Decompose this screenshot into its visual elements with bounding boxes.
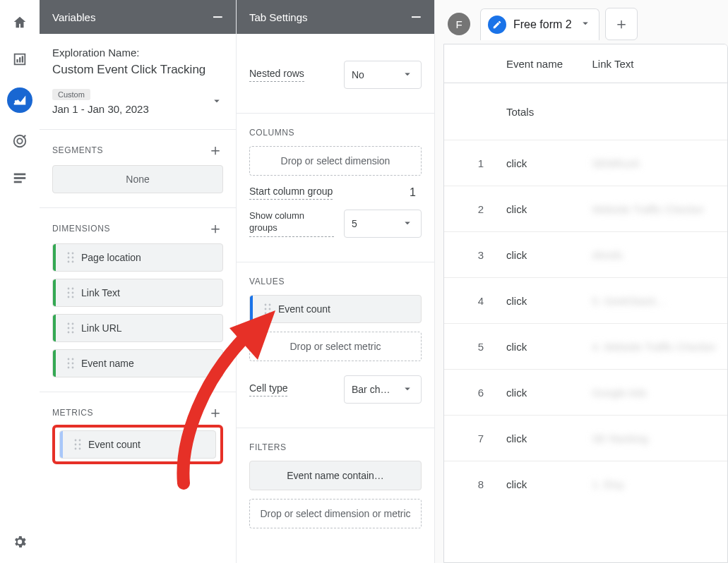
table-row[interactable]: 2clickWebsite Traffic Checkerhttps://n bbox=[444, 186, 728, 232]
svg-point-9 bbox=[68, 253, 70, 255]
row-index: 6 bbox=[444, 370, 495, 416]
col-link-text[interactable]: Link Text bbox=[581, 44, 729, 83]
cell-type-label: Cell type bbox=[249, 382, 287, 396]
segments-none: None bbox=[52, 165, 223, 193]
cell-event: click bbox=[495, 186, 581, 232]
svg-point-23 bbox=[68, 327, 70, 329]
row-index: 2 bbox=[444, 186, 495, 232]
chevron-down-icon[interactable] bbox=[579, 17, 592, 32]
svg-point-42 bbox=[269, 308, 271, 310]
add-metric-button[interactable]: ＋ bbox=[208, 405, 223, 420]
tab-settings-panel: Tab Settings − Nested rows No COLUMNS Dr… bbox=[237, 0, 435, 563]
cell-event: click bbox=[495, 232, 581, 278]
date-badge: Custom bbox=[52, 89, 90, 100]
svg-point-10 bbox=[72, 253, 74, 255]
cell-link-text: Ahrefs bbox=[581, 232, 729, 278]
row-index: 7 bbox=[444, 416, 495, 461]
values-dropzone[interactable]: Drop or select metric bbox=[249, 332, 422, 361]
nested-rows-label: Nested rows bbox=[249, 68, 304, 82]
date-range: Jan 1 - Jan 30, 2023 bbox=[52, 103, 149, 115]
svg-point-41 bbox=[265, 308, 267, 310]
cell-type-select[interactable]: Bar ch… bbox=[344, 375, 422, 404]
svg-rect-7 bbox=[14, 177, 26, 179]
tab-freeform[interactable]: Free form 2 bbox=[480, 8, 599, 40]
tabs-bar: F Free form 2 ＋ bbox=[443, 0, 728, 44]
totals-row: Totals bbox=[444, 83, 728, 140]
dimension-chip[interactable]: Page location bbox=[52, 243, 223, 272]
svg-rect-1 bbox=[19, 57, 20, 62]
table-row[interactable]: 1clickSEMRushhttps://w bbox=[444, 140, 728, 186]
table-row[interactable]: 4click5. GeekStack…https://d bbox=[444, 278, 728, 324]
metrics-title: METRICS bbox=[52, 408, 93, 418]
svg-point-20 bbox=[72, 296, 74, 298]
svg-point-24 bbox=[72, 327, 74, 329]
row-index: 8 bbox=[444, 461, 495, 507]
add-tab-button[interactable]: ＋ bbox=[605, 8, 638, 40]
cell-event: click bbox=[495, 278, 581, 324]
add-dimension-button[interactable]: ＋ bbox=[208, 221, 223, 236]
svg-point-16 bbox=[72, 288, 74, 290]
filters-dropzone[interactable]: Drop or select dimension or metric bbox=[249, 499, 422, 528]
svg-point-36 bbox=[79, 444, 81, 446]
svg-point-31 bbox=[68, 367, 70, 369]
metric-chip-event-count[interactable]: Event count bbox=[59, 430, 216, 459]
show-column-groups-select[interactable]: 5 bbox=[344, 210, 422, 238]
svg-point-12 bbox=[72, 257, 74, 259]
dimension-chip[interactable]: Event name bbox=[52, 349, 223, 377]
table-row[interactable]: 5click4. Website Traffic Checkerhttps://… bbox=[444, 324, 728, 370]
configure-icon[interactable] bbox=[11, 169, 28, 186]
svg-rect-6 bbox=[14, 174, 26, 176]
cell-link-text: Google Ads bbox=[581, 370, 729, 416]
start-column-group-value[interactable]: 1 bbox=[410, 186, 422, 199]
advertising-icon[interactable] bbox=[11, 133, 28, 150]
table-row[interactable]: 3clickAhrefshttps://w bbox=[444, 232, 728, 278]
exploration-name-block[interactable]: Exploration Name: Custom Event Click Tra… bbox=[52, 47, 223, 77]
cell-event: click bbox=[495, 370, 581, 416]
explore-icon[interactable] bbox=[7, 87, 32, 113]
cell-event: click bbox=[495, 416, 581, 461]
app-root: Variables − Exploration Name: Custom Eve… bbox=[0, 0, 728, 563]
home-icon[interactable] bbox=[11, 14, 28, 31]
variables-title: Variables bbox=[52, 11, 95, 23]
cell-event: click bbox=[495, 461, 581, 507]
svg-rect-8 bbox=[14, 181, 22, 183]
svg-rect-0 bbox=[16, 59, 18, 63]
values-title: VALUES bbox=[249, 277, 285, 286]
row-index: 4 bbox=[444, 278, 495, 324]
columns-dropzone[interactable]: Drop or select dimension bbox=[249, 146, 422, 176]
collapse-settings-icon[interactable]: − bbox=[411, 8, 422, 26]
svg-point-29 bbox=[68, 363, 70, 365]
columns-title: COLUMNS bbox=[249, 128, 294, 138]
cell-link-text: SEMRush bbox=[581, 140, 729, 186]
cell-link-text: 4. Website Traffic Checker bbox=[581, 324, 729, 370]
svg-point-39 bbox=[265, 304, 267, 306]
filter-chip[interactable]: Event name contain… bbox=[249, 461, 422, 490]
start-column-group-label: Start column group bbox=[249, 186, 333, 200]
table-row[interactable]: 6clickGoogle Adshttps://a bbox=[444, 370, 728, 416]
dimensions-title: DIMENSIONS bbox=[52, 224, 110, 234]
data-table-container[interactable]: Event name Link Text Link URL Totals 1cl… bbox=[443, 44, 728, 563]
reports-icon[interactable] bbox=[11, 51, 28, 68]
svg-point-37 bbox=[75, 448, 77, 450]
table-row[interactable]: 8click1. Etsyhttps://w bbox=[444, 461, 728, 507]
settings-icon[interactable] bbox=[11, 533, 28, 550]
svg-point-27 bbox=[68, 358, 70, 361]
settings-header: Tab Settings − bbox=[237, 0, 434, 34]
dimension-chip[interactable]: Link Text bbox=[52, 279, 223, 307]
cell-event: click bbox=[495, 324, 581, 370]
value-chip-event-count[interactable]: Event count bbox=[249, 295, 422, 323]
table-row[interactable]: 7clickSE Rankinghttps://w bbox=[444, 416, 728, 461]
svg-point-22 bbox=[72, 323, 74, 325]
date-range-picker[interactable]: Custom Jan 1 - Jan 30, 2023 bbox=[52, 88, 223, 115]
dimension-chip[interactable]: Link URL bbox=[52, 314, 223, 342]
cell-link-text: SE Ranking bbox=[581, 416, 729, 461]
svg-point-30 bbox=[72, 363, 74, 365]
nav-rail bbox=[0, 0, 40, 563]
results-table: Event name Link Text Link URL Totals 1cl… bbox=[444, 44, 728, 507]
add-segment-button[interactable]: ＋ bbox=[208, 143, 223, 158]
variables-panel: Variables − Exploration Name: Custom Eve… bbox=[40, 0, 237, 563]
results-area: F Free form 2 ＋ Event name Link Text Lin… bbox=[435, 0, 728, 563]
collapse-variables-icon[interactable]: − bbox=[213, 8, 223, 26]
col-event-name[interactable]: Event name bbox=[495, 44, 581, 83]
nested-rows-select[interactable]: No bbox=[344, 61, 422, 89]
